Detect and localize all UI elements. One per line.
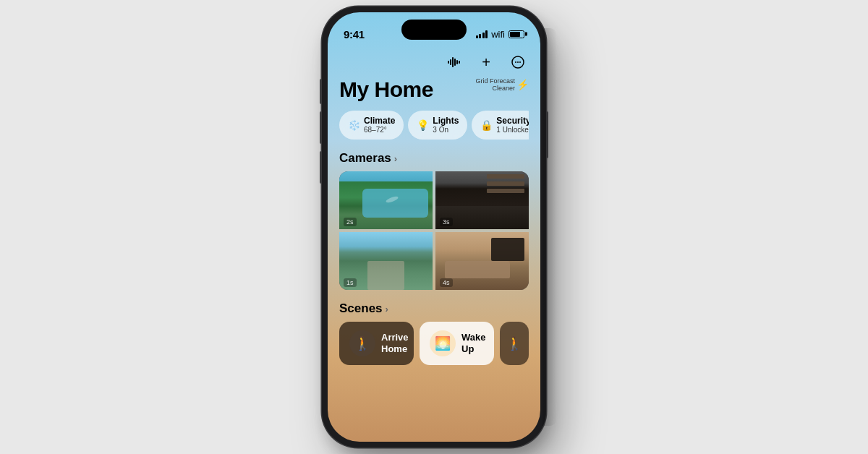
- lightning-icon: ⚡: [516, 79, 529, 90]
- more-icon[interactable]: [507, 51, 529, 73]
- cameras-section-header[interactable]: Cameras ›: [339, 151, 529, 166]
- cam4-sofa: [445, 261, 510, 278]
- add-icon[interactable]: +: [475, 51, 497, 73]
- svg-rect-1: [450, 59, 451, 65]
- vol-down-button: [320, 151, 322, 184]
- scenes-partial-card[interactable]: 🚶: [500, 322, 529, 365]
- cam3-timestamp: 1s: [344, 278, 357, 287]
- svg-rect-5: [459, 61, 460, 64]
- climate-title: Climate: [364, 116, 395, 126]
- grid-forecast: Grid Forecast Cleaner ⚡: [475, 77, 529, 92]
- security-pill[interactable]: 🔒 Security 1 Unlocked: [472, 111, 529, 140]
- nav-bar: +: [328, 47, 540, 77]
- scenes-label: Scenes: [339, 301, 383, 316]
- cam1-pool: [362, 189, 427, 218]
- signal-bar-2: [479, 34, 481, 38]
- main-content: My Home Grid Forecast Cleaner ⚡: [328, 77, 540, 365]
- power-button: [546, 111, 548, 158]
- svg-rect-3: [454, 59, 456, 66]
- phone-frame: 9:41 wifi: [322, 7, 546, 447]
- arrive-home-title: ArriveHome: [381, 332, 409, 356]
- lights-pill[interactable]: 💡 Lights 3 On: [408, 111, 467, 140]
- scenes-section: Scenes › 🚶 ArriveHome: [339, 301, 529, 365]
- climate-pill[interactable]: ❄️ Climate 68–72°: [339, 111, 404, 140]
- climate-text: Climate 68–72°: [364, 116, 395, 134]
- security-text: Security 1 Unlocked: [496, 116, 529, 134]
- grid-forecast-label: Grid Forecast: [475, 77, 515, 85]
- page-wrapper: 9:41 wifi: [0, 0, 868, 454]
- signal-bar-3: [482, 33, 485, 38]
- cam2-shelf-1: [487, 174, 524, 179]
- home-title: My Home: [339, 77, 433, 102]
- vol-up-button: [320, 111, 322, 144]
- grid-forecast-sublabel: Cleaner: [475, 85, 515, 92]
- scene-cards: 🚶 ArriveHome 🌅 Wake U: [339, 322, 529, 365]
- scenes-chevron: ›: [386, 304, 388, 314]
- svg-rect-4: [456, 60, 458, 64]
- cam2-shelves: [487, 174, 524, 220]
- cam2-timestamp: 3s: [440, 218, 453, 226]
- lights-text: Lights 3 On: [433, 116, 459, 134]
- camera-cell-2[interactable]: 3s: [435, 171, 529, 229]
- climate-subtitle: 68–72°: [364, 126, 395, 134]
- camera-cell-1[interactable]: 2s: [339, 171, 433, 229]
- wifi-icon: wifi: [491, 29, 505, 40]
- status-bar: 9:41 wifi: [328, 12, 540, 47]
- home-title-row: My Home Grid Forecast Cleaner ⚡: [339, 77, 529, 102]
- cam4-timestamp: 4s: [440, 278, 453, 287]
- wake-up-text: Wake Up: [461, 332, 485, 356]
- waveform-icon[interactable]: [443, 51, 465, 73]
- lights-title: Lights: [433, 116, 459, 126]
- lights-icon: 💡: [417, 119, 429, 131]
- security-title: Security: [496, 116, 529, 126]
- climate-icon: ❄️: [348, 119, 360, 131]
- phone-shadow: [542, 28, 557, 426]
- scenes-section-header[interactable]: Scenes ›: [339, 301, 529, 316]
- camera-cell-3[interactable]: 1s: [339, 232, 433, 290]
- cam1-timestamp: 2s: [344, 218, 357, 226]
- signal-bars: [476, 30, 488, 38]
- lights-subtitle: 3 On: [433, 126, 459, 134]
- cam4-tv: [491, 238, 524, 261]
- dynamic-island: [401, 20, 467, 40]
- wake-up-icon-circle: 🌅: [430, 330, 456, 356]
- scenes-partial-icon: 🚶: [506, 335, 522, 351]
- arrive-home-icon-circle: 🚶: [349, 330, 375, 356]
- camera-grid: 2s 3s: [339, 171, 529, 290]
- svg-point-8: [517, 61, 519, 63]
- wake-up-card[interactable]: 🌅 Wake Up: [420, 322, 494, 365]
- signal-bar-4: [485, 30, 488, 38]
- camera-cell-4[interactable]: 4s: [435, 232, 529, 290]
- battery-icon: [509, 30, 524, 38]
- status-icons: wifi: [476, 29, 524, 40]
- cameras-label: Cameras: [339, 151, 391, 166]
- svg-point-9: [519, 61, 521, 63]
- cam1-shimmer: [385, 195, 399, 204]
- cam2-shelf-2: [487, 181, 524, 186]
- security-icon: 🔒: [480, 119, 493, 131]
- cameras-chevron: ›: [394, 153, 397, 164]
- cam2-shelf-3: [487, 189, 524, 193]
- security-subtitle: 1 Unlocked: [496, 126, 529, 134]
- arrive-home-icon: 🚶: [354, 335, 370, 351]
- wake-up-icon: 🌅: [435, 335, 451, 351]
- battery-fill: [510, 32, 520, 37]
- signal-bar-1: [476, 35, 478, 38]
- phone-screen: 9:41 wifi: [328, 12, 540, 442]
- wake-up-title: Wake Up: [461, 332, 485, 356]
- arrive-home-text: ArriveHome: [381, 332, 409, 356]
- cam3-path: [367, 261, 405, 290]
- category-pills: ❄️ Climate 68–72° 💡 Lights 3 On: [339, 111, 529, 140]
- svg-point-7: [515, 61, 516, 63]
- arrive-home-card[interactable]: 🚶 ArriveHome: [339, 322, 414, 365]
- svg-rect-0: [448, 61, 449, 64]
- svg-rect-2: [452, 57, 454, 67]
- status-time: 9:41: [344, 28, 365, 40]
